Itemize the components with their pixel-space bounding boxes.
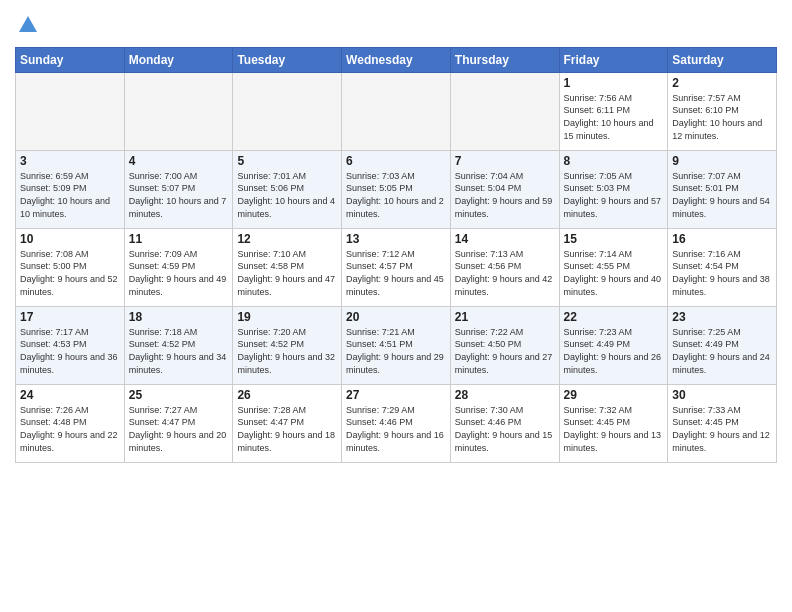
day-cell: 21Sunrise: 7:22 AM Sunset: 4:50 PM Dayli… [450,306,559,384]
day-info: Sunrise: 7:23 AM Sunset: 4:49 PM Dayligh… [564,326,664,376]
day-info: Sunrise: 7:20 AM Sunset: 4:52 PM Dayligh… [237,326,337,376]
day-number: 27 [346,388,446,402]
week-row-1: 1Sunrise: 7:56 AM Sunset: 6:11 PM Daylig… [16,72,777,150]
day-info: Sunrise: 7:14 AM Sunset: 4:55 PM Dayligh… [564,248,664,298]
day-cell: 20Sunrise: 7:21 AM Sunset: 4:51 PM Dayli… [342,306,451,384]
day-cell: 1Sunrise: 7:56 AM Sunset: 6:11 PM Daylig… [559,72,668,150]
day-number: 16 [672,232,772,246]
day-number: 11 [129,232,229,246]
day-number: 15 [564,232,664,246]
day-number: 21 [455,310,555,324]
day-number: 3 [20,154,120,168]
day-cell: 17Sunrise: 7:17 AM Sunset: 4:53 PM Dayli… [16,306,125,384]
weekday-tuesday: Tuesday [233,47,342,72]
day-info: Sunrise: 7:57 AM Sunset: 6:10 PM Dayligh… [672,92,772,142]
logo [15,14,39,41]
day-info: Sunrise: 7:29 AM Sunset: 4:46 PM Dayligh… [346,404,446,454]
day-cell [16,72,125,150]
week-row-5: 24Sunrise: 7:26 AM Sunset: 4:48 PM Dayli… [16,384,777,462]
day-number: 14 [455,232,555,246]
day-info: Sunrise: 7:21 AM Sunset: 4:51 PM Dayligh… [346,326,446,376]
day-number: 26 [237,388,337,402]
day-number: 25 [129,388,229,402]
day-cell: 10Sunrise: 7:08 AM Sunset: 5:00 PM Dayli… [16,228,125,306]
day-info: Sunrise: 7:17 AM Sunset: 4:53 PM Dayligh… [20,326,120,376]
day-info: Sunrise: 7:05 AM Sunset: 5:03 PM Dayligh… [564,170,664,220]
day-info: Sunrise: 7:33 AM Sunset: 4:45 PM Dayligh… [672,404,772,454]
day-cell: 28Sunrise: 7:30 AM Sunset: 4:46 PM Dayli… [450,384,559,462]
day-cell: 25Sunrise: 7:27 AM Sunset: 4:47 PM Dayli… [124,384,233,462]
day-cell: 30Sunrise: 7:33 AM Sunset: 4:45 PM Dayli… [668,384,777,462]
day-number: 7 [455,154,555,168]
day-info: Sunrise: 7:12 AM Sunset: 4:57 PM Dayligh… [346,248,446,298]
day-info: Sunrise: 7:56 AM Sunset: 6:11 PM Dayligh… [564,92,664,142]
day-cell [233,72,342,150]
day-number: 2 [672,76,772,90]
day-number: 28 [455,388,555,402]
day-info: Sunrise: 7:07 AM Sunset: 5:01 PM Dayligh… [672,170,772,220]
day-number: 17 [20,310,120,324]
day-number: 6 [346,154,446,168]
day-info: Sunrise: 7:03 AM Sunset: 5:05 PM Dayligh… [346,170,446,220]
day-cell: 12Sunrise: 7:10 AM Sunset: 4:58 PM Dayli… [233,228,342,306]
day-cell: 23Sunrise: 7:25 AM Sunset: 4:49 PM Dayli… [668,306,777,384]
day-cell: 27Sunrise: 7:29 AM Sunset: 4:46 PM Dayli… [342,384,451,462]
day-number: 22 [564,310,664,324]
day-cell: 8Sunrise: 7:05 AM Sunset: 5:03 PM Daylig… [559,150,668,228]
day-cell: 22Sunrise: 7:23 AM Sunset: 4:49 PM Dayli… [559,306,668,384]
day-info: Sunrise: 7:16 AM Sunset: 4:54 PM Dayligh… [672,248,772,298]
day-info: Sunrise: 7:22 AM Sunset: 4:50 PM Dayligh… [455,326,555,376]
day-info: Sunrise: 7:26 AM Sunset: 4:48 PM Dayligh… [20,404,120,454]
calendar: SundayMondayTuesdayWednesdayThursdayFrid… [15,47,777,463]
day-info: Sunrise: 7:08 AM Sunset: 5:00 PM Dayligh… [20,248,120,298]
day-number: 8 [564,154,664,168]
day-number: 18 [129,310,229,324]
header [15,10,777,41]
logo-text [15,14,39,41]
day-info: Sunrise: 7:27 AM Sunset: 4:47 PM Dayligh… [129,404,229,454]
day-info: Sunrise: 7:01 AM Sunset: 5:06 PM Dayligh… [237,170,337,220]
day-number: 20 [346,310,446,324]
weekday-saturday: Saturday [668,47,777,72]
day-cell: 6Sunrise: 7:03 AM Sunset: 5:05 PM Daylig… [342,150,451,228]
day-info: Sunrise: 7:30 AM Sunset: 4:46 PM Dayligh… [455,404,555,454]
day-info: Sunrise: 7:18 AM Sunset: 4:52 PM Dayligh… [129,326,229,376]
day-number: 29 [564,388,664,402]
day-cell: 14Sunrise: 7:13 AM Sunset: 4:56 PM Dayli… [450,228,559,306]
weekday-sunday: Sunday [16,47,125,72]
day-cell: 26Sunrise: 7:28 AM Sunset: 4:47 PM Dayli… [233,384,342,462]
day-number: 24 [20,388,120,402]
day-cell: 19Sunrise: 7:20 AM Sunset: 4:52 PM Dayli… [233,306,342,384]
day-info: Sunrise: 7:28 AM Sunset: 4:47 PM Dayligh… [237,404,337,454]
day-number: 9 [672,154,772,168]
weekday-header-row: SundayMondayTuesdayWednesdayThursdayFrid… [16,47,777,72]
day-info: Sunrise: 7:10 AM Sunset: 4:58 PM Dayligh… [237,248,337,298]
week-row-4: 17Sunrise: 7:17 AM Sunset: 4:53 PM Dayli… [16,306,777,384]
day-number: 4 [129,154,229,168]
day-info: Sunrise: 7:04 AM Sunset: 5:04 PM Dayligh… [455,170,555,220]
page: SundayMondayTuesdayWednesdayThursdayFrid… [0,0,792,612]
day-cell: 2Sunrise: 7:57 AM Sunset: 6:10 PM Daylig… [668,72,777,150]
logo-icon [17,14,39,36]
day-cell: 24Sunrise: 7:26 AM Sunset: 4:48 PM Dayli… [16,384,125,462]
day-info: Sunrise: 7:25 AM Sunset: 4:49 PM Dayligh… [672,326,772,376]
day-cell: 16Sunrise: 7:16 AM Sunset: 4:54 PM Dayli… [668,228,777,306]
day-cell: 11Sunrise: 7:09 AM Sunset: 4:59 PM Dayli… [124,228,233,306]
day-number: 13 [346,232,446,246]
day-cell [342,72,451,150]
day-info: Sunrise: 7:32 AM Sunset: 4:45 PM Dayligh… [564,404,664,454]
weekday-wednesday: Wednesday [342,47,451,72]
day-info: Sunrise: 7:09 AM Sunset: 4:59 PM Dayligh… [129,248,229,298]
day-number: 12 [237,232,337,246]
day-cell: 4Sunrise: 7:00 AM Sunset: 5:07 PM Daylig… [124,150,233,228]
day-number: 23 [672,310,772,324]
day-number: 30 [672,388,772,402]
weekday-friday: Friday [559,47,668,72]
day-cell: 15Sunrise: 7:14 AM Sunset: 4:55 PM Dayli… [559,228,668,306]
weekday-monday: Monday [124,47,233,72]
day-cell: 9Sunrise: 7:07 AM Sunset: 5:01 PM Daylig… [668,150,777,228]
day-cell: 13Sunrise: 7:12 AM Sunset: 4:57 PM Dayli… [342,228,451,306]
day-cell: 7Sunrise: 7:04 AM Sunset: 5:04 PM Daylig… [450,150,559,228]
day-number: 10 [20,232,120,246]
day-cell: 29Sunrise: 7:32 AM Sunset: 4:45 PM Dayli… [559,384,668,462]
